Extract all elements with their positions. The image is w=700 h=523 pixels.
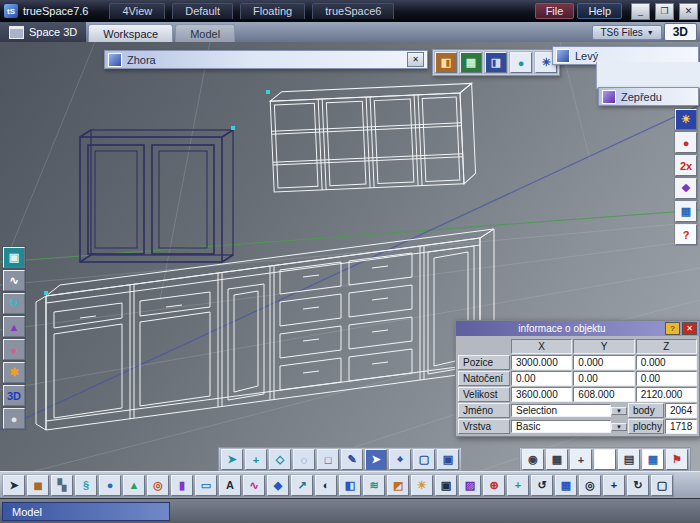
view-sphere-icon[interactable]: ● xyxy=(510,52,532,73)
curve-tool-icon[interactable]: ∿ xyxy=(3,270,25,291)
select-lasso-icon[interactable]: ◌ xyxy=(293,449,315,470)
tab-workspace[interactable]: Workspace xyxy=(88,24,173,42)
info-panel-titlebar[interactable]: informace o objektu ? ✕ xyxy=(456,321,699,336)
render-tool-icon[interactable]: ▨ xyxy=(459,475,481,496)
rotation-x-field[interactable]: 0.00 xyxy=(511,371,572,386)
material-ball-icon[interactable]: ● xyxy=(675,132,697,153)
deform-tool-icon[interactable]: ≋ xyxy=(363,475,385,496)
grid-snap-icon[interactable]: ▦ xyxy=(555,475,577,496)
view-doc-icon xyxy=(556,49,570,63)
scene-render-icon[interactable]: ▦ xyxy=(460,52,482,73)
size-z-field[interactable]: 2120.000 xyxy=(636,387,697,402)
chevron-down-icon[interactable]: ▼ xyxy=(611,407,627,415)
text-3d-icon[interactable]: 3D xyxy=(3,385,25,406)
e2x-plugin-icon[interactable]: 2x xyxy=(675,155,697,176)
layer-dropdown-value: Basic xyxy=(511,420,611,433)
tab-model[interactable]: Model xyxy=(175,24,235,42)
camera-tool-icon[interactable]: ▣ xyxy=(435,475,457,496)
sphere-tool-icon[interactable]: ● xyxy=(99,475,121,496)
spreadsheet-icon[interactable]: ▦ xyxy=(642,449,664,470)
zoom-tool-icon[interactable]: ◎ xyxy=(579,475,601,496)
select-face-icon[interactable]: ◇ xyxy=(269,449,291,470)
layout-tab-truespace6[interactable]: trueSpace6 xyxy=(312,3,394,19)
starburst-icon[interactable]: ✱ xyxy=(3,362,25,383)
cone-panel-icon[interactable]: ▲ xyxy=(3,316,25,337)
help-menu-button[interactable]: Help xyxy=(577,3,622,19)
mirror-tool-icon[interactable]: ◧ xyxy=(339,475,361,496)
spiral-tool-icon[interactable]: ↻ xyxy=(3,293,25,314)
select-object-icon[interactable]: ➤ xyxy=(365,449,387,470)
position-label: Pozice xyxy=(458,355,510,370)
polygon-tool-icon[interactable]: ◆ xyxy=(267,475,289,496)
layout-tab-4view[interactable]: 4View xyxy=(109,3,165,19)
status-model-tab[interactable]: Model xyxy=(2,502,170,521)
text-tool-icon[interactable]: A xyxy=(219,475,241,496)
zhora-close-icon[interactable]: ✕ xyxy=(407,52,424,67)
position-x-field[interactable]: 3000.000 xyxy=(511,355,572,370)
material-sphere-icon[interactable]: ● xyxy=(3,339,25,360)
sweep-tool-icon[interactable]: ↗ xyxy=(291,475,313,496)
grid-panel-icon[interactable]: ▤ xyxy=(618,449,640,470)
material-tool-icon[interactable]: ◩ xyxy=(387,475,409,496)
info-panel-body: X Y Z Pozice 3000.000 0.000 0.000 Natoče… xyxy=(456,336,699,436)
layer-dropdown[interactable]: Basic ▼ xyxy=(511,419,627,434)
info-help-icon[interactable]: ? xyxy=(665,322,680,335)
torus-tool-icon[interactable]: ◎ xyxy=(147,475,169,496)
rotation-y-field[interactable]: 0.00 xyxy=(573,371,634,386)
material-cube-icon[interactable]: ◧ xyxy=(435,52,457,73)
maximize-button[interactable]: ❐ xyxy=(655,3,674,20)
pan-tool-icon[interactable]: + xyxy=(603,475,625,496)
select-group-icon[interactable]: ▢ xyxy=(413,449,435,470)
script-grid-icon[interactable]: ▦ xyxy=(675,201,697,222)
blank-swatch-icon[interactable] xyxy=(594,449,616,470)
file-menu-button[interactable]: File xyxy=(535,3,575,19)
object-render-icon[interactable]: ◨ xyxy=(485,52,507,73)
size-x-field[interactable]: 3600.000 xyxy=(511,387,572,402)
fit-view-icon[interactable]: ▢ xyxy=(651,475,673,496)
name-dropdown[interactable]: Selection ▼ xyxy=(511,403,627,418)
wireframe-toggle-icon[interactable]: ▦ xyxy=(546,449,568,470)
info-close-icon[interactable]: ✕ xyxy=(682,322,697,335)
select-target-icon[interactable]: ⌖ xyxy=(389,449,411,470)
flag-icon[interactable]: ⚑ xyxy=(666,449,688,470)
stack-tool-icon[interactable]: ▚ xyxy=(51,475,73,496)
layout-tab-default[interactable]: Default xyxy=(172,3,233,19)
view-3d-button[interactable]: 3D xyxy=(664,23,697,41)
lamp-icon[interactable]: ☀ xyxy=(675,109,697,130)
select-rect-icon[interactable]: □ xyxy=(317,449,339,470)
light-tool-icon[interactable]: ☀ xyxy=(411,475,433,496)
close-button[interactable]: ✕ xyxy=(679,3,698,20)
ts6-files-button[interactable]: TS6 Files ▼ xyxy=(592,25,661,40)
palette-icon[interactable]: ❖ xyxy=(675,178,697,199)
glue-tool-icon[interactable]: ⊕ xyxy=(483,475,505,496)
view-window-zhora[interactable]: Zhora ✕ xyxy=(104,50,428,69)
select-arrow-icon[interactable]: ➤ xyxy=(221,449,243,470)
select-plus-icon[interactable]: + xyxy=(245,449,267,470)
eye-toggle-icon[interactable]: ◉ xyxy=(522,449,544,470)
layout-tab-floating[interactable]: Floating xyxy=(240,3,305,19)
helix-tool-icon[interactable]: § xyxy=(75,475,97,496)
orbit-tool-icon[interactable]: ↻ xyxy=(627,475,649,496)
axes-tool-icon[interactable]: + xyxy=(507,475,529,496)
gray-sphere-icon[interactable]: ● xyxy=(3,408,25,429)
cube-tool-icon[interactable]: ◼ xyxy=(27,475,49,496)
plane-tool-icon[interactable]: ▭ xyxy=(195,475,217,496)
chevron-down-icon[interactable]: ▼ xyxy=(611,423,627,431)
select-pen-icon[interactable]: ✎ xyxy=(341,449,363,470)
help-icon[interactable]: ? xyxy=(675,224,697,245)
cylinder-tool-icon[interactable]: ▮ xyxy=(171,475,193,496)
undo-tool-icon[interactable]: ↺ xyxy=(531,475,553,496)
size-y-field[interactable]: 608.000 xyxy=(573,387,634,402)
rotation-z-field[interactable]: 0.00 xyxy=(636,371,697,386)
library-panel-icon[interactable]: ▣ xyxy=(3,247,25,268)
view-window-zepredu[interactable]: Zepředu xyxy=(598,87,699,106)
cone-tool-icon[interactable]: ▲ xyxy=(123,475,145,496)
spline-tool-icon[interactable]: ∿ xyxy=(243,475,265,496)
position-y-field[interactable]: 0.000 xyxy=(573,355,634,370)
pointer-tool-icon[interactable]: ➤ xyxy=(3,475,25,496)
boolean-tool-icon[interactable]: ◐ xyxy=(315,475,337,496)
select-all-icon[interactable]: ▣ xyxy=(437,449,459,470)
position-z-field[interactable]: 0.000 xyxy=(636,355,697,370)
minimize-button[interactable]: _ xyxy=(631,3,650,20)
axes-toggle-icon[interactable]: + xyxy=(570,449,592,470)
